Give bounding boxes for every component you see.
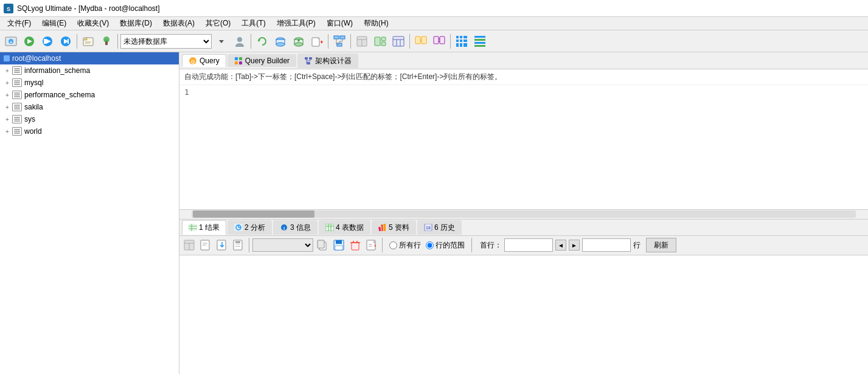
tool2-btn[interactable] xyxy=(372,33,389,50)
sidebar-item-label: sakila xyxy=(24,103,43,111)
btab-data[interactable]: 5 资料 xyxy=(372,220,416,235)
radio-range-input[interactable] xyxy=(426,241,434,249)
schema-btn[interactable] xyxy=(331,33,348,50)
btab-tabledata[interactable]: 4 表数据 xyxy=(319,220,370,235)
query-tabs: Q Query Query Builder xyxy=(179,52,868,69)
compare-btn[interactable] xyxy=(412,33,429,50)
sync-btn[interactable] xyxy=(431,33,448,50)
radio-all-rows[interactable]: 所有行 xyxy=(389,240,421,251)
separator-5 xyxy=(350,34,351,49)
bt-btn3[interactable] xyxy=(215,238,229,252)
stop-btn[interactable] xyxy=(57,33,74,50)
sidebar-header: root@localhost xyxy=(0,52,179,64)
autocomplete-hint: 自动完成功能：[Tab]->下一标签；[Ctrl+Space]->列出匹配的标签… xyxy=(179,69,868,85)
menu-file[interactable]: 文件(F) xyxy=(2,17,36,30)
btab-analyze[interactable]: 2 分析 xyxy=(227,220,272,235)
svg-rect-31 xyxy=(334,36,339,39)
bt-btn4[interactable] xyxy=(231,238,246,252)
new-query-btn[interactable] xyxy=(21,33,38,50)
backup-btn[interactable] xyxy=(272,33,289,50)
svg-rect-63 xyxy=(474,36,485,38)
svg-rect-12 xyxy=(68,39,69,44)
svg-marker-9 xyxy=(44,39,46,44)
sidebar-item-sys[interactable]: + sys xyxy=(0,113,179,125)
open-file-btn[interactable] xyxy=(80,33,97,50)
radio-range-rows[interactable]: 行的范围 xyxy=(426,240,465,251)
menu-window[interactable]: 窗口(W) xyxy=(322,17,358,30)
sidebar-item-mysql[interactable]: + mysql xyxy=(0,77,179,89)
svg-rect-72 xyxy=(239,61,242,64)
btab-info[interactable]: i 3 信息 xyxy=(273,220,318,235)
svg-rect-61 xyxy=(460,43,462,47)
scroll-thumb[interactable] xyxy=(193,210,314,218)
query-editor[interactable]: 1 xyxy=(179,85,868,209)
tool1-btn[interactable] xyxy=(353,33,370,50)
menu-tools[interactable]: 工具(T) xyxy=(237,17,270,30)
restore-btn[interactable] xyxy=(290,33,307,50)
grid1-btn[interactable] xyxy=(453,33,470,50)
bt-save-btn[interactable] xyxy=(332,238,346,252)
separator-6 xyxy=(409,34,410,49)
export-btn[interactable] xyxy=(308,33,325,50)
toolbar: + xyxy=(0,30,868,52)
execute-btn[interactable] xyxy=(39,33,56,50)
bt-delete-btn[interactable] xyxy=(348,238,363,252)
data-tab-icon xyxy=(378,223,387,232)
bottom-toolbar: 所有行 行的范围 首行： ◄ ► 行 刷新 xyxy=(179,236,868,255)
tab-schema-designer[interactable]: 架构设计器 xyxy=(297,54,358,68)
svg-point-27 xyxy=(294,43,303,46)
db-select-arrow[interactable] xyxy=(213,33,230,50)
nature-btn[interactable] xyxy=(98,33,115,50)
menu-help[interactable]: 帮助(H) xyxy=(359,17,394,30)
sidebar-item-label: sys xyxy=(24,115,35,123)
sidebar-item-performance-schema[interactable]: + performance_schema xyxy=(0,89,179,101)
menu-enhanced[interactable]: 增强工具(P) xyxy=(272,17,321,30)
database-select[interactable]: 未选择数据库 xyxy=(120,34,212,49)
btab-history[interactable]: 18 6 历史 xyxy=(417,220,462,235)
radio-all-input[interactable] xyxy=(389,241,397,249)
tool3-btn[interactable] xyxy=(390,33,407,50)
refresh-db-btn[interactable] xyxy=(254,33,271,50)
menu-database[interactable]: 数据库(D) xyxy=(115,17,157,30)
db-icon xyxy=(12,127,22,136)
bt-export2-btn[interactable] xyxy=(364,238,379,252)
refresh-btn[interactable]: 刷新 xyxy=(646,238,676,252)
nav-prev-btn[interactable]: ◄ xyxy=(555,240,566,251)
svg-rect-58 xyxy=(460,40,462,42)
svg-rect-94 xyxy=(381,226,383,231)
horizontal-scrollbar[interactable] xyxy=(179,209,868,219)
svg-rect-49 xyxy=(415,36,420,44)
grid2-btn[interactable] xyxy=(471,33,488,50)
svg-rect-62 xyxy=(464,43,467,47)
sidebar-item-label: performance_schema xyxy=(24,91,95,99)
bottom-tabs: 1 结果 2 分析 i xyxy=(179,219,868,236)
menu-edit[interactable]: 编辑(E) xyxy=(37,17,71,30)
tab-query-builder[interactable]: Query Builder xyxy=(227,54,296,67)
bt-copy-btn[interactable] xyxy=(315,238,330,252)
bt-separator-2 xyxy=(382,238,383,252)
svg-rect-115 xyxy=(336,240,342,244)
svg-rect-53 xyxy=(440,36,445,44)
sidebar-item-world[interactable]: + world xyxy=(0,125,179,137)
menu-table[interactable]: 数据表(A) xyxy=(158,17,200,30)
autocomplete-text: 自动完成功能：[Tab]->下一标签；[Ctrl+Space]->列出匹配的标签… xyxy=(184,72,502,81)
menu-favorites[interactable]: 收藏夹(V) xyxy=(72,17,114,30)
bt-btn1[interactable] xyxy=(182,238,196,252)
bt-btn2[interactable] xyxy=(198,238,213,252)
nav-next-btn[interactable]: ► xyxy=(569,240,580,251)
sidebar-item-sakila[interactable]: + sakila xyxy=(0,101,179,113)
db-icon xyxy=(12,115,22,123)
btab-result[interactable]: 1 结果 xyxy=(182,220,226,235)
separator-3 xyxy=(251,34,251,49)
menu-other[interactable]: 其它(O) xyxy=(201,17,235,30)
sidebar-item-information-schema[interactable]: + information_schema xyxy=(0,64,179,77)
first-row-input[interactable] xyxy=(504,238,553,252)
schema-tab-icon xyxy=(304,57,313,65)
user-btn[interactable] xyxy=(231,33,248,50)
bt-select[interactable] xyxy=(252,238,313,252)
tab-query[interactable]: Q Query xyxy=(182,54,226,67)
scroll-track[interactable] xyxy=(192,210,856,218)
new-connection-btn[interactable]: + xyxy=(2,33,19,50)
sidebar-header-label: root@localhost xyxy=(12,54,61,63)
row-count-input[interactable] xyxy=(582,238,631,252)
